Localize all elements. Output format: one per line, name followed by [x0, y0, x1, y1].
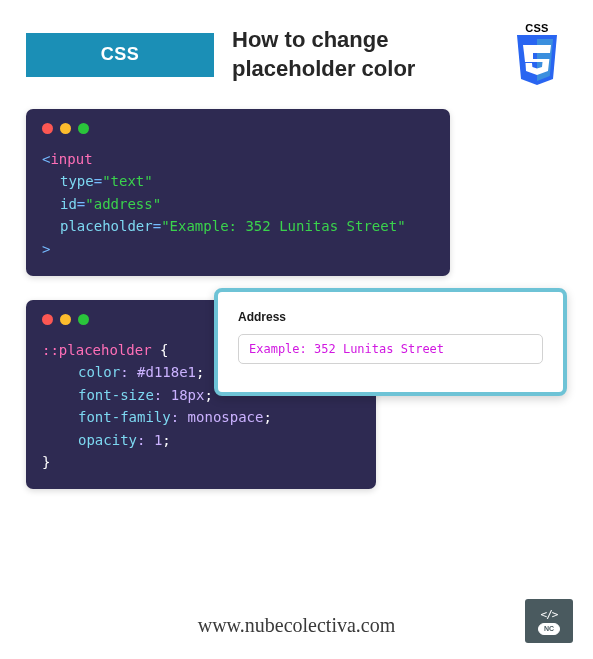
css3-logo-text: CSS	[525, 22, 549, 34]
window-controls	[42, 123, 434, 134]
nubecolectiva-logo: </> NC	[525, 599, 573, 643]
code-line: <input	[42, 148, 434, 170]
maximize-icon	[78, 314, 89, 325]
css3-logo: CSS	[507, 22, 567, 87]
code-line: placeholder="Example: 352 Lunitas Street…	[42, 215, 434, 237]
code-line: opacity: 1;	[42, 429, 360, 451]
code-line: type="text"	[42, 170, 434, 192]
code-line: font-family: monospace;	[42, 406, 360, 428]
maximize-icon	[78, 123, 89, 134]
page-title: How to change placeholder color	[232, 26, 489, 83]
address-label: Address	[238, 310, 543, 324]
cloud-icon: NC	[538, 623, 560, 635]
code-brackets-icon: </>	[541, 608, 558, 621]
code-line: id="address"	[42, 193, 434, 215]
minimize-icon	[60, 123, 71, 134]
code-line: >	[42, 238, 434, 260]
close-icon	[42, 314, 53, 325]
preview-card: Address	[214, 288, 567, 396]
css-badge: CSS	[26, 33, 214, 77]
code-line: }	[42, 451, 360, 473]
html-code-window: <input type="text" id="address" placehol…	[26, 109, 450, 276]
footer-url: www.nubecolectiva.com	[0, 614, 593, 637]
css3-shield-icon	[513, 35, 561, 87]
header: CSS How to change placeholder color CSS	[0, 0, 593, 87]
minimize-icon	[60, 314, 71, 325]
address-input[interactable]	[238, 334, 543, 364]
close-icon	[42, 123, 53, 134]
